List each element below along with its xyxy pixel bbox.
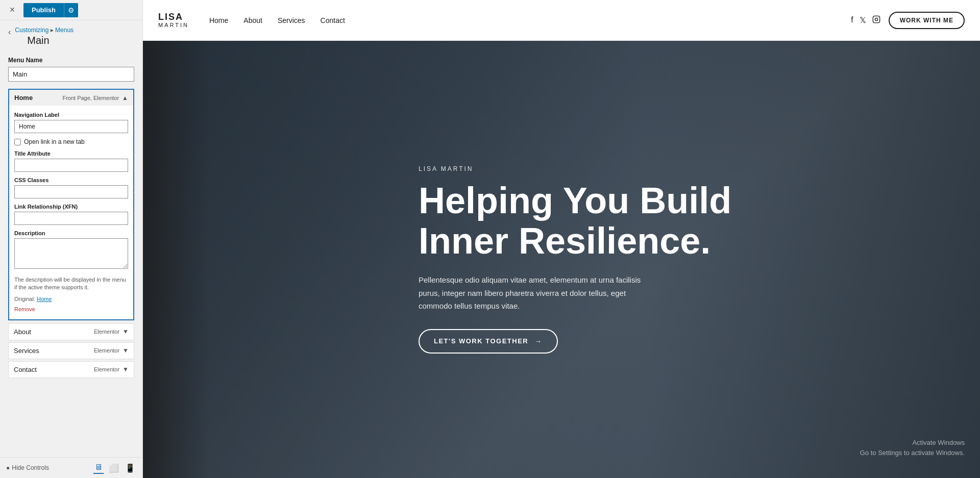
menu-item-home-type: Front Page, Elementor <box>62 95 119 101</box>
link-rel-input[interactable] <box>14 212 128 225</box>
publish-button[interactable]: Publish <box>23 3 64 17</box>
nav-contact-link[interactable]: Contact <box>321 16 345 24</box>
site-nav: Home About Services Contact <box>209 16 345 24</box>
site-logo: LISA MARTIN <box>158 12 189 29</box>
title-attr-group: Title Attribute <box>14 150 128 172</box>
hero-body-text: Pellentesque odio aliquam vitae amet, el… <box>419 273 653 313</box>
menu-item-services[interactable]: Services Elementor ▼ <box>8 342 134 359</box>
eye-icon: ● <box>6 464 10 471</box>
description-note: The description will be displayed in the… <box>14 276 128 292</box>
description-group: Description <box>14 230 128 271</box>
menu-item-contact-name: Contact <box>14 366 37 373</box>
menu-item-contact-info: Elementor ▼ <box>94 366 129 373</box>
menu-item-home-title: Home <box>14 94 33 102</box>
open-new-tab-label: Open link in a new tab <box>24 138 85 145</box>
preview-area: LISA MARTIN Home About Services Contact … <box>143 0 980 478</box>
mobile-device-button[interactable]: 📱 <box>124 462 136 474</box>
chevron-up-icon: ▲ <box>122 94 128 102</box>
logo-name: LISA <box>158 12 189 22</box>
header-right: f 𝕏 WORK WITH ME <box>851 12 965 29</box>
breadcrumb-separator: ▸ <box>51 27 55 34</box>
logo-subtitle: MARTIN <box>158 22 189 28</box>
menu-item-services-tag: Elementor <box>94 347 119 354</box>
publish-settings-button[interactable]: ⚙ <box>64 3 78 17</box>
instagram-icon[interactable] <box>872 15 880 26</box>
hide-controls-button[interactable]: ● Hide Controls <box>6 464 49 471</box>
tablet-device-button[interactable]: ⬜ <box>108 462 120 474</box>
cta-arrow-icon: → <box>534 337 543 345</box>
menu-item-about[interactable]: About Elementor ▼ <box>8 323 134 340</box>
menu-name-input[interactable] <box>8 67 134 82</box>
description-textarea[interactable] <box>14 238 128 269</box>
menu-item-about-info: Elementor ▼ <box>94 328 129 335</box>
original-row: Original: Home <box>14 296 128 302</box>
nav-home-link[interactable]: Home <box>209 16 228 24</box>
nav-label-input[interactable] <box>14 120 128 133</box>
activate-windows-line1: Activate Windows <box>860 438 965 448</box>
title-attr-input[interactable] <box>14 159 128 172</box>
hero-author: LISA MARTIN <box>419 165 731 172</box>
menu-item-contact-tag: Elementor <box>94 366 119 372</box>
twitter-icon[interactable]: 𝕏 <box>860 15 866 26</box>
social-icons: f 𝕏 <box>851 15 880 26</box>
top-bar: × Publish ⚙ <box>0 0 142 20</box>
nav-about-link[interactable]: About <box>243 16 262 24</box>
css-classes-field-label: CSS Classes <box>14 177 128 183</box>
gear-icon: ⚙ <box>68 6 75 14</box>
link-rel-group: Link Relationship (XFN) <box>14 204 128 225</box>
nav-services-link[interactable]: Services <box>278 16 305 24</box>
cta-button[interactable]: LET'S WORK TOGETHER → <box>419 329 558 354</box>
original-link[interactable]: Home <box>37 296 52 302</box>
css-classes-group: CSS Classes <box>14 177 128 198</box>
activate-windows-line2: Go to Settings to activate Windows. <box>860 448 965 458</box>
panel-content: Menu Name Home Front Page, Elementor ▲ N… <box>0 48 142 457</box>
link-rel-field-label: Link Relationship (XFN) <box>14 204 128 210</box>
svg-point-1 <box>875 18 877 20</box>
site-header: LISA MARTIN Home About Services Contact … <box>143 0 980 41</box>
menu-item-about-name: About <box>14 328 31 336</box>
facebook-icon[interactable]: f <box>851 15 853 26</box>
nav-label-group: Navigation Label <box>14 112 128 133</box>
menu-item-home-body: Navigation Label Open link in a new tab … <box>9 106 133 319</box>
close-button[interactable]: × <box>5 3 19 17</box>
open-new-tab-checkbox[interactable] <box>14 139 21 145</box>
open-new-tab-row: Open link in a new tab <box>14 138 128 145</box>
svg-point-2 <box>878 17 878 17</box>
cta-label: LET'S WORK TOGETHER <box>434 337 528 345</box>
hero-content: LISA MARTIN Helping You Build Inner Resi… <box>419 165 731 354</box>
title-attr-field-label: Title Attribute <box>14 150 128 157</box>
chevron-down-icon-2: ▼ <box>122 347 129 354</box>
breadcrumb-menus-link[interactable]: Menus <box>55 27 74 34</box>
menu-name-label: Menu Name <box>8 57 134 64</box>
device-icons: 🖥 ⬜ 📱 <box>93 462 136 474</box>
close-icon: × <box>10 5 15 15</box>
hero-title: Helping You Build Inner Resilience. <box>419 181 731 261</box>
breadcrumb: Customizing ▸ Menus <box>15 27 74 34</box>
menu-item-services-info: Elementor ▼ <box>94 347 129 354</box>
menu-item-about-tag: Elementor <box>94 329 119 335</box>
hide-controls-label: Hide Controls <box>12 464 49 471</box>
css-classes-input[interactable] <box>14 185 128 198</box>
work-with-me-button[interactable]: WORK WITH ME <box>889 12 965 29</box>
bottom-controls: ● Hide Controls 🖥 ⬜ 📱 <box>0 457 142 478</box>
description-field-label: Description <box>14 230 128 236</box>
menu-item-home-header[interactable]: Home Front Page, Elementor ▲ <box>9 90 133 106</box>
publish-group: Publish ⚙ <box>23 3 78 17</box>
desktop-device-button[interactable]: 🖥 <box>93 462 104 474</box>
customizer-panel: × Publish ⚙ ‹ Customizing ▸ Menus Main <box>0 0 143 478</box>
breadcrumb-section: ‹ Customizing ▸ Menus Main <box>0 20 142 48</box>
remove-link[interactable]: Remove <box>14 306 35 312</box>
activate-windows-notice: Activate Windows Go to Settings to activ… <box>860 438 965 458</box>
chevron-down-icon: ▼ <box>122 328 129 335</box>
svg-rect-0 <box>873 16 879 22</box>
chevron-down-icon-3: ▼ <box>122 366 129 373</box>
menu-item-home-expanded: Home Front Page, Elementor ▲ Navigation … <box>8 89 134 320</box>
section-title: Main <box>15 35 74 46</box>
menu-item-contact[interactable]: Contact Elementor ▼ <box>8 361 134 378</box>
nav-label-field-label: Navigation Label <box>14 112 128 118</box>
breadcrumb-customizing-link[interactable]: Customizing <box>15 27 48 34</box>
back-button[interactable]: ‹ <box>8 28 11 37</box>
menu-item-services-name: Services <box>14 347 39 355</box>
